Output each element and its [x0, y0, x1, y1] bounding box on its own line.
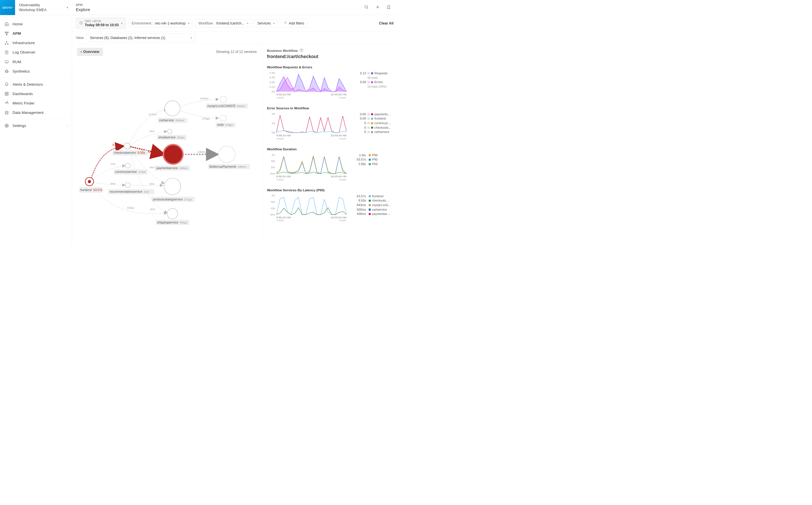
time-range-picker[interactable]: GMT +00:00 Today 09:59 to 10:03 ▾ [76, 18, 126, 29]
svg-text:1ms: 1ms [110, 163, 115, 165]
sidebar-item-synthetics[interactable]: Synthetics [0, 66, 72, 76]
sidebar-item-label: APM [13, 31, 21, 36]
svg-point-61 [164, 178, 181, 195]
svg-text:438ms: 438ms [198, 151, 205, 153]
svg-rect-70 [221, 97, 226, 102]
add-filters-button[interactable]: Add filters [280, 19, 308, 27]
sidebar-item-alerts-detectors[interactable]: Alerts & Detectors [0, 80, 72, 89]
sidebar-item-data-management[interactable]: Data Management [0, 108, 72, 117]
svg-text:TODAY: TODAY [339, 178, 347, 181]
svg-point-46 [125, 163, 130, 168]
sidebar-item-home[interactable]: Home [0, 19, 72, 29]
workspace-switcher[interactable]: Observability Workshop EMEA ▾ [15, 3, 72, 12]
sidebar-item-dashboards[interactable]: Dashboards [0, 89, 72, 99]
chart-1: Error Sources in Workflow2/s1/s0/s9:59:1… [267, 107, 392, 141]
svg-point-24 [6, 125, 7, 126]
svg-text:0.3/s: 0.3/s [269, 76, 275, 79]
chevron-right-icon: › [67, 124, 68, 127]
svg-text:10:03:40 AM: 10:03:40 AM [331, 216, 346, 219]
svg-text:productcatalogservice 271µs: productcatalogservice 271µs [153, 198, 192, 201]
sidebar-item-label: Log Observer [13, 50, 35, 54]
chart-svg[interactable]: 1m40s20s0ms9:59:10 AMTODAY10:03:40 AMTOD… [267, 153, 348, 182]
svg-text:9:59:10 AM: 9:59:10 AM [276, 134, 291, 137]
chart-2: Workflow Duration1m40s20s0ms9:59:10 AMTO… [267, 147, 392, 182]
svg-text:0.4/s: 0.4/s [269, 71, 275, 74]
logo: splunk> [0, 0, 15, 15]
svg-point-64 [167, 208, 178, 219]
showing-count: Showing 12 of 12 services [216, 50, 257, 54]
svg-text:3ms: 3ms [149, 166, 154, 169]
metric-icon [4, 101, 9, 106]
chevron-down-icon: ▾ [191, 36, 192, 39]
search-icon[interactable] [364, 5, 369, 10]
sidebar-item-label: Data Management [13, 111, 43, 115]
legend-item: 2.88sP50 [351, 162, 392, 166]
svg-rect-73 [221, 115, 226, 121]
svg-point-67 [219, 146, 235, 163]
chevron-down-icon: ▾ [247, 22, 248, 25]
sidebar-item-infrastructure[interactable]: Infrastructure [0, 38, 72, 47]
sidebar-item-label: Synthetics [13, 69, 30, 73]
bookmark-icon[interactable] [387, 5, 391, 10]
sidebar-item-log-observer[interactable]: Log Observer [0, 47, 72, 57]
service-map-svg[interactable]: 8.50s 1ms 4ms 934µs 613ms [72, 56, 262, 247]
legend-item: 643msmysql:LxvG… [351, 203, 392, 207]
plus-icon[interactable] [375, 5, 380, 10]
filter-workflow[interactable]: Workflow : frontend:/cart/ch... ▾ [195, 19, 252, 27]
svg-rect-14 [5, 61, 8, 63]
alert-icon [4, 82, 9, 87]
svg-text:8.50s: 8.50s [113, 144, 120, 147]
svg-point-6 [6, 34, 7, 35]
legend-subtext: 10 total (29%) [367, 85, 392, 89]
chart-legend: 0.13/sRequests35 total0.04/sErrors10 tot… [351, 71, 392, 100]
legend-item: 0.13/sRequests [351, 71, 392, 75]
service-map-pane: ‹ Overview Showing 12 of 12 services [72, 44, 262, 247]
view-selector[interactable]: Services (9), Databases (2), Inferred se… [86, 34, 195, 42]
filter-environment[interactable]: Environment : rwc-s4r-1-workshop ▾ [128, 19, 193, 27]
svg-text:4ms: 4ms [110, 182, 115, 185]
svg-text:4ms: 4ms [150, 208, 155, 211]
sidebar-item-label: Home [13, 22, 22, 26]
sidebar-item-settings[interactable]: Settings › [0, 121, 72, 130]
legend-item: 8.50scheckouts… [351, 199, 392, 203]
chart-svg[interactable]: 1m40s20s0ms9:59:10 AMTODAY10:03:40 AMTOD… [267, 194, 348, 223]
legend-item: 500mscartservice [351, 208, 392, 211]
legend-item: 53.57sP90 [351, 158, 392, 162]
chart-legend: 53.57sfrontend8.50scheckouts…643msmysql:… [351, 194, 392, 223]
chart-legend: 1.0mP9953.57sP902.88sP50 [351, 153, 392, 182]
sidebar-item-metric-finder[interactable]: Metric Finder [0, 99, 72, 108]
svg-text:TODAY: TODAY [276, 138, 284, 140]
sidebar: HomeAPMInfrastructureLog ObserverRUMSynt… [0, 15, 72, 247]
clear-all-button[interactable]: Clear All [379, 21, 393, 25]
svg-text:613ms: 613ms [149, 113, 157, 116]
sidebar-item-rum[interactable]: RUM [0, 57, 72, 66]
chevron-down-icon: ▾ [273, 22, 274, 25]
filter-services[interactable]: Services ▾ [254, 19, 278, 27]
svg-text:934µs: 934µs [127, 206, 134, 209]
sidebar-item-label: Infrastructure [13, 41, 35, 45]
svg-text:TODAY: TODAY [339, 138, 347, 140]
svg-text:TODAY: TODAY [339, 97, 347, 99]
chart-3: Workflow Services By Latency (P90)1m40s2… [267, 188, 392, 223]
page-title: Explore [76, 7, 360, 12]
svg-text:emailservice 302µs: emailservice 302µs [158, 136, 185, 139]
svg-text:1m: 1m [271, 194, 275, 197]
chart-svg[interactable]: 0.4/s0.3/s0.2/s0.1/s0/s9:59:10 AMTODAY10… [267, 71, 348, 100]
chevron-left-icon: ‹ [81, 50, 82, 54]
chart-svg[interactable]: 2/s1/s0/s9:59:10 AMTODAY10:03:40 AMTODAY [267, 113, 348, 141]
svg-point-52 [165, 101, 180, 116]
svg-text:0ms: 0ms [270, 213, 275, 216]
chevron-down-icon: ▾ [121, 22, 122, 25]
sidebar-item-apm[interactable]: APM [0, 29, 72, 38]
svg-text:9:59:10 AM: 9:59:10 AM [276, 93, 291, 96]
view-bar: View Services (9), Databases (2), Inferr… [72, 32, 397, 44]
svg-point-7 [6, 41, 7, 42]
svg-text:paymentservice 438ms: paymentservice 438ms [156, 166, 188, 170]
svg-rect-22 [7, 94, 8, 96]
svg-text:643ms: 643ms [200, 97, 208, 100]
overview-button[interactable]: ‹ Overview [77, 48, 103, 56]
info-icon[interactable] [300, 48, 304, 53]
right-panel: Business Workflow frontend:/cart/checkou… [262, 44, 397, 247]
view-label: View [76, 36, 84, 40]
svg-text:2/s: 2/s [271, 113, 275, 115]
